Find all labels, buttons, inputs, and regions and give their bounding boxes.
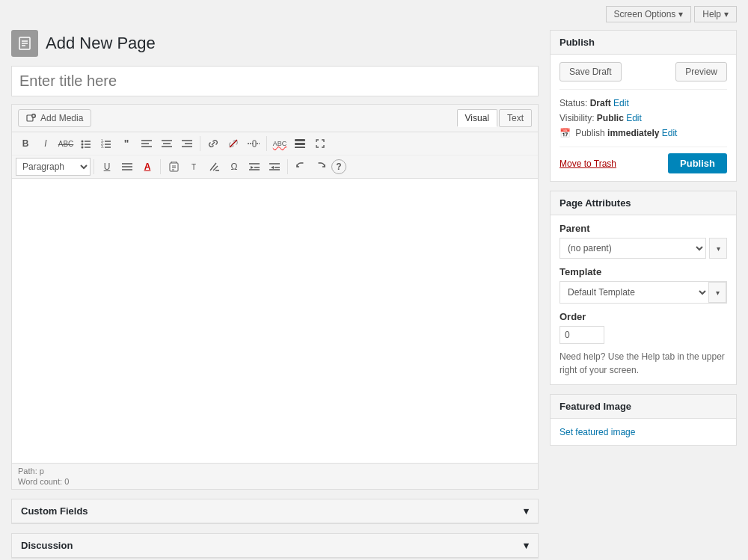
help-text: Need help? Use the Help tab in the upper… [560,350,727,377]
page-title-area: Add New Page [11,30,539,57]
calendar-icon: 📅 [560,128,571,138]
visual-tab[interactable]: Visual [457,109,497,127]
top-header: Screen Options ▾ Help ▾ [0,0,748,22]
toolbar-row-2: Paragraph Heading 1 Heading 2 Heading 3 … [12,156,538,178]
add-media-label: Add Media [40,113,83,123]
preview-button[interactable]: Preview [675,62,727,81]
template-select-arrow: ▾ [708,282,726,303]
publish-date-edit-link[interactable]: Edit [662,128,678,138]
blockquote-button[interactable]: " [117,135,136,153]
paste-text-button[interactable]: T [184,158,203,176]
move-to-trash-label: Move to Trash [560,159,616,169]
template-select[interactable]: Default Template [560,282,708,303]
status-row: Status: Draft Edit [560,96,727,111]
text-tab-label: Text [507,113,524,123]
outdent-button[interactable] [265,158,284,176]
publish-body: Save Draft Preview Status: Draft Edit [551,55,736,181]
custom-fields-header[interactable]: Custom Fields ▾ [12,499,538,523]
visibility-edit-link[interactable]: Edit [626,113,642,123]
publish-button[interactable]: Publish [668,153,727,173]
editor-wrap: Add Media Visual Text B [11,104,539,490]
unlink-button[interactable] [224,135,243,153]
toolbar-separator-2 [266,136,267,151]
undo-button[interactable] [291,158,310,176]
save-draft-button[interactable]: Save Draft [560,62,622,81]
text-color-button[interactable]: A [138,158,157,176]
bold-button[interactable]: B [16,135,35,153]
svg-rect-34 [295,143,305,145]
help-button[interactable]: Help ▾ [694,6,737,22]
strikethrough-button[interactable]: ABC [56,135,76,153]
parent-select-wrap: (no parent) ▾ [560,238,727,259]
insert-more-button[interactable] [244,135,263,153]
link-button[interactable] [203,135,223,153]
main-content: Add New Page Add Media [11,30,539,559]
screen-buttons: Screen Options ▾ Help ▾ [606,6,737,22]
order-input[interactable] [560,326,604,344]
page-attributes-header: Page Attributes [551,191,736,215]
parent-select[interactable]: (no parent) [560,238,706,259]
title-input[interactable] [11,66,539,96]
screen-options-arrow: ▾ [678,9,683,19]
custom-fields-label: Custom Fields [21,505,88,517]
svg-rect-35 [295,147,305,148]
discussion-header[interactable]: Discussion ▾ [12,534,538,558]
indent-button[interactable] [245,158,264,176]
featured-image-box: Featured Image Set featured image [550,394,737,446]
svg-marker-46 [251,166,254,169]
page-attributes-box: Page Attributes Parent (no parent) ▾ Tem… [550,191,737,385]
justify-button[interactable] [117,158,137,176]
order-label: Order [560,311,727,322]
publish-date-label: Publish [575,128,604,138]
numbered-list-button[interactable]: 1.2.3. [96,135,116,153]
status-label: Status: [560,98,587,108]
editor-toolbar: B I ABC 1.2.3. " [12,132,538,179]
align-center-button[interactable] [157,135,177,153]
publish-label: Publish [680,158,715,169]
align-right-button[interactable] [177,135,197,153]
clear-format-button[interactable] [204,158,224,176]
parent-label: Parent [560,223,727,234]
template-label: Template [560,266,727,277]
featured-image-header: Featured Image [551,395,736,419]
move-to-trash-button[interactable]: Move to Trash [560,159,616,169]
help-label: Help [702,9,721,19]
toolbar-separator-4 [160,159,161,174]
status-value: Draft [590,98,611,108]
spellcheck-button[interactable]: ABC [270,135,289,153]
format-select[interactable]: Paragraph Heading 1 Heading 2 Heading 3 … [16,158,91,176]
svg-point-8 [82,141,84,143]
italic-button[interactable]: I [36,135,55,153]
visual-tab-label: Visual [465,113,489,123]
visibility-value: Public [597,113,624,123]
toolbar-toggle-button[interactable] [290,135,310,153]
save-draft-label: Save Draft [569,67,612,77]
discussion-label: Discussion [21,540,73,551]
bullet-list-button[interactable] [76,135,96,153]
discussion-section: Discussion ▾ [11,533,539,559]
screen-options-label: Screen Options [614,9,676,19]
custom-fields-toggle: ▾ [524,505,529,517]
screen-options-button[interactable]: Screen Options ▾ [606,6,692,22]
view-tabs: Visual Text [457,109,532,127]
svg-rect-31 [253,141,256,147]
featured-image-title: Featured Image [560,401,631,412]
page-wrap: Add New Page Add Media [0,22,748,560]
paste-button[interactable] [164,158,183,176]
add-media-button[interactable]: Add Media [18,109,91,127]
text-tab[interactable]: Text [499,109,532,127]
editor-toolbar-top: Add Media Visual Text [12,105,538,132]
page-icon [11,30,38,57]
status-edit-link[interactable]: Edit [613,98,629,108]
underline-button[interactable]: U [97,158,117,176]
editor-footer: Path: p Word count: 0 [12,463,538,489]
redo-button[interactable] [311,158,331,176]
featured-image-body: Set featured image [551,419,736,445]
publish-actions: Save Draft Preview [560,62,727,81]
help-icon-button[interactable]: ? [331,159,346,174]
set-featured-image-link[interactable]: Set featured image [560,427,635,437]
align-left-button[interactable] [137,135,156,153]
special-char-button[interactable]: Ω [224,158,244,176]
editor-area[interactable] [12,179,538,463]
fullscreen-button[interactable] [310,135,330,153]
